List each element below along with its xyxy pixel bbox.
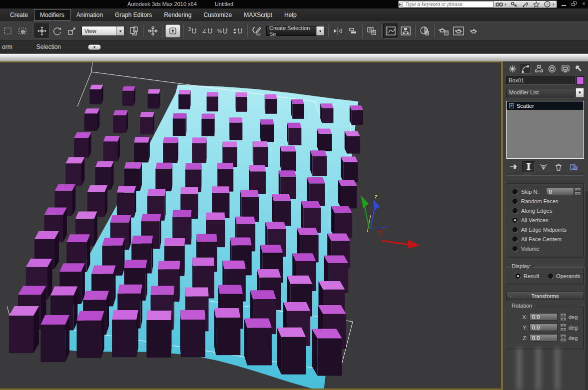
percent-snap-icon[interactable]: % [215,23,230,38]
panel-tab-hierarchy[interactable] [534,64,545,74]
display-option-result[interactable]: Result [516,273,539,279]
select-and-rotate-icon[interactable] [49,23,64,38]
option-random-faces[interactable]: Random Faces [510,196,582,206]
minimize-button[interactable] [561,1,567,6]
communication-center-icon[interactable] [494,1,505,7]
display-option-operands[interactable]: Operands [548,273,580,279]
help-caret-icon[interactable]: ▾ [553,2,557,6]
show-end-result-icon[interactable] [522,161,535,172]
configure-modifier-sets-icon[interactable] [567,161,580,172]
coordinate-system-dropdown[interactable]: View▼ [81,26,124,36]
radio-icon[interactable] [513,189,518,194]
spinner-snap-icon[interactable] [230,23,245,38]
angle-snap-icon[interactable]: ∠ [200,23,215,38]
named-sets-dropdown[interactable]: Create Selection Se▼ [266,26,324,36]
radio-icon[interactable] [513,199,518,204]
panel-tab-utilities[interactable] [574,64,585,74]
restore-button[interactable] [571,1,577,6]
ribbon-collapsed-bar[interactable] [0,53,588,61]
ribbon-collapse-button[interactable]: ▼ [88,44,101,50]
option-along-edges[interactable]: Along Edges [510,206,582,215]
perspective-viewport[interactable]: z [0,61,503,390]
remove-modifier-icon[interactable] [552,161,565,172]
layer-manager-icon[interactable] [364,23,379,38]
panel-tab-display[interactable] [560,64,571,74]
transforms-rollout-header[interactable]: - Transforms [506,292,584,300]
skip-n-value[interactable]: 0 [546,188,574,195]
material-editor-icon[interactable] [417,23,432,38]
menu-modifiers[interactable]: Modifiers [34,9,70,21]
keyserver-icon[interactable] [509,1,520,7]
select-and-scale-icon[interactable] [64,23,79,38]
object-color-swatch[interactable] [577,76,584,85]
search-input[interactable] [403,1,494,7]
menu-animation[interactable]: Animation [70,9,109,21]
skip-n-spinner[interactable]: 0▲▼ [546,188,581,196]
spinner-arrows-icon[interactable]: ▲▼ [560,324,567,332]
stack-item-scatter[interactable]: +Scatter [507,101,584,110]
select-and-manipulate-icon[interactable] [145,23,160,38]
search-caret-icon[interactable]: ▾ [505,2,509,6]
chevron-down-icon[interactable]: ▼ [576,88,584,97]
render-production-icon[interactable] [466,23,481,38]
menu-maxscript[interactable]: MAXScript [238,9,278,21]
satellite-icon[interactable] [520,1,531,7]
close-button[interactable]: × [581,1,587,6]
radio-icon[interactable] [513,246,518,251]
tab-freeform-partial[interactable]: orm [0,41,17,52]
radio-icon[interactable] [513,227,518,232]
menu-rendering[interactable]: Rendering [158,9,197,21]
option-all-vertices[interactable]: All Vertices [510,215,582,225]
tab-selection[interactable]: Selection [31,41,66,52]
rendered-frame-icon[interactable] [451,23,466,38]
align-icon[interactable] [345,23,360,38]
menu-create[interactable]: Create [4,9,34,21]
rotation-value-field[interactable]: 0.0 [530,313,558,321]
spinner-arrows-icon[interactable]: ▲▼ [560,313,567,321]
toolbar-separator [381,24,382,37]
radio-icon[interactable] [548,274,553,279]
radio-icon[interactable] [513,237,518,242]
rect-selection-region-icon[interactable] [0,23,15,38]
panel-tab-motion[interactable] [547,64,558,74]
rotation-value-field[interactable]: 0.0 [530,324,558,331]
object-name-field[interactable]: Box01 [506,76,575,85]
modifier-stack[interactable]: +Scatter [506,101,584,159]
pin-stack-icon[interactable] [507,161,520,172]
chevron-down-icon[interactable]: ▼ [316,26,324,35]
option-skip-n-[interactable]: Skip N:0▲▼ [510,187,582,196]
render-setup-icon[interactable] [436,23,451,38]
help-icon[interactable]: ? [542,1,553,7]
panel-tab-create[interactable] [507,64,518,74]
radio-icon[interactable] [516,274,521,279]
radio-icon[interactable] [513,208,518,213]
keyboard-override-icon[interactable] [165,24,180,37]
curve-editor-icon[interactable] [383,23,398,38]
spinner-arrows-icon[interactable]: ▲▼ [575,188,581,196]
make-unique-icon[interactable] [537,161,550,172]
edit-named-selections-icon[interactable]: ABC [249,23,264,38]
menu-help[interactable]: Help [278,9,303,21]
snaps-toggle-icon[interactable]: 3 [185,23,200,38]
use-pivot-center-icon[interactable] [126,23,141,38]
schematic-view-icon[interactable] [398,23,413,38]
favorites-icon[interactable] [531,1,542,7]
modifier-list-dropdown[interactable]: Modifier List ▼ [506,88,584,97]
infocenter-collapse-icon[interactable]: ▶ [399,2,403,6]
collapse-icon[interactable]: - [507,293,515,299]
mirror-icon[interactable] [330,23,345,38]
selection-window-icon[interactable] [15,23,30,38]
panel-scrollbar[interactable] [586,191,588,390]
select-and-move-icon[interactable] [34,23,49,38]
rotation-value-field[interactable]: 0.0 [530,334,558,342]
panel-tab-modify[interactable] [521,64,532,74]
menu-graph-editors[interactable]: Graph Editors [109,9,158,21]
option-all-face-centers[interactable]: All Face Centers [510,234,582,244]
expand-icon[interactable]: + [509,103,514,108]
option-all-edge-midpoints[interactable]: All Edge Midpoints [510,225,582,234]
option-volume[interactable]: Volume [510,244,582,253]
radio-icon[interactable] [513,218,518,223]
spinner-arrows-icon[interactable]: ▲▼ [560,334,567,342]
menu-customize[interactable]: Customize [198,9,238,21]
chevron-down-icon[interactable]: ▼ [116,26,124,35]
